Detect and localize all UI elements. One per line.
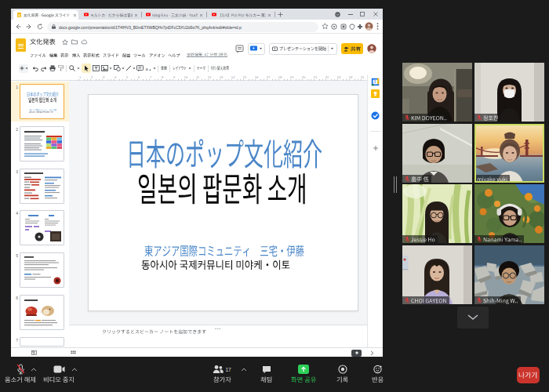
new-slide-button[interactable] <box>19 64 28 73</box>
redo-icon[interactable] <box>41 66 47 71</box>
bookmark-star-icon[interactable] <box>322 23 329 30</box>
insert-shape-icon[interactable] <box>114 65 121 71</box>
browser-tab-slides[interactable]: 文化発表 - Google スライド <box>13 10 78 20</box>
menu-addons[interactable]: アドオン <box>149 53 165 57</box>
last-edit-link[interactable]: 最終編集: 47 分前 (匿名 <box>187 53 227 57</box>
format-options-icon[interactable]: a <box>145 65 151 71</box>
tab-close-icon[interactable] <box>199 13 203 17</box>
menu-arrange[interactable]: 配置 <box>122 53 130 57</box>
mute-options-chevron-icon[interactable] <box>31 368 37 372</box>
menu-slide[interactable]: スライド <box>103 53 119 57</box>
participants-options-chevron-icon[interactable] <box>241 368 247 372</box>
background-button[interactable]: 背景 <box>161 66 167 71</box>
tab-close-icon[interactable] <box>73 13 77 17</box>
grid-view-icon[interactable] <box>71 350 76 355</box>
tab-close-icon[interactable] <box>134 13 138 17</box>
speaker-notes-bar[interactable]: ••• クリックするとスピーカー ノートを追加できます <box>69 325 367 347</box>
explore-button[interactable] <box>351 350 362 357</box>
cloud-status-icon[interactable] <box>81 39 88 45</box>
text-box-icon[interactable] <box>93 65 100 71</box>
extension-icon[interactable] <box>340 24 347 30</box>
chat-button[interactable]: 채팅 <box>253 364 281 383</box>
new-tab-button[interactable] <box>278 12 283 17</box>
notes-resize-handle[interactable]: ••• <box>215 326 221 331</box>
participant-tile-nanami-yama[interactable]: Nanami Yama.. <box>474 184 544 243</box>
menu-format[interactable]: 表示形式 <box>83 53 100 57</box>
google-keep-icon[interactable] <box>371 89 380 98</box>
participant-tile-jessie-ho[interactable]: Jessie Ho <box>402 184 472 243</box>
participant-tile-jung-hojin[interactable]: 정호진 <box>474 63 544 122</box>
present-mode-button[interactable] <box>248 43 265 55</box>
current-slide[interactable]: 日本のポップ文化紹介 일본의 팝문화 소개 東アジア国際コミュニティ 三宅・伊藤… <box>88 94 358 311</box>
leave-meeting-button[interactable]: 나가기 <box>517 367 540 383</box>
participant-tile-kim-doyeon[interactable]: KIM DOYEON.. <box>402 63 472 122</box>
record-button[interactable]: 기록 <box>329 364 357 383</box>
print-icon[interactable] <box>49 65 56 71</box>
stop-video-button[interactable]: 비디오 중지 <box>42 364 76 383</box>
dropdown-caret-icon[interactable] <box>109 67 112 70</box>
transition-button[interactable]: 切り替え効果 <box>211 66 229 71</box>
participant-tile-choi-gayeon[interactable]: CHOI GAYEON <box>402 245 472 304</box>
document-title[interactable]: 文化発表 <box>30 38 56 45</box>
start-presentation-button[interactable]: プレゼンテーションを開始 <box>269 43 337 55</box>
reload-icon[interactable] <box>37 24 43 30</box>
move-folder-icon[interactable] <box>71 39 78 45</box>
participant-tile-shih-ming[interactable]: Shih-Ming W.. <box>474 245 544 304</box>
participants-button[interactable]: 17 참가자 <box>202 364 242 383</box>
gallery-scroll-down-button[interactable] <box>457 307 489 328</box>
filmstrip-view-icon[interactable] <box>31 350 37 355</box>
dropdown-caret-icon[interactable] <box>133 67 136 70</box>
dropdown-caret-icon[interactable] <box>122 67 125 70</box>
comments-icon[interactable] <box>235 45 244 53</box>
undo-icon[interactable] <box>32 66 38 71</box>
menu-file[interactable]: ファイル <box>30 53 46 57</box>
browser-tab-kinggnu[interactable]: King Gnu - 三文小説 - YouTube <box>142 10 205 20</box>
window-maximize-button[interactable] <box>360 12 365 16</box>
back-icon[interactable] <box>15 24 21 30</box>
panel-resize-handle[interactable] <box>394 176 397 193</box>
insert-line-icon[interactable] <box>125 65 132 71</box>
menu-insert[interactable]: 挿入 <box>72 53 80 57</box>
browser-tab-yorushika[interactable]: ヨルシカ - だから僕は音楽を辞めた <box>80 10 140 20</box>
dropdown-caret-icon[interactable] <box>153 67 156 70</box>
google-tasks-icon[interactable] <box>371 111 380 120</box>
menu-tools[interactable]: ツール <box>133 53 146 57</box>
insert-comment-icon[interactable] <box>136 65 144 71</box>
layout-button[interactable]: レイアウト <box>173 66 191 71</box>
zoom-meeting-window: 文化発表 - Google スライド ヨルシカ - だから僕は音楽を辞めた Ki… <box>0 0 549 392</box>
browser-menu-dots-icon[interactable] <box>376 23 379 30</box>
theme-button[interactable]: テーマ <box>197 66 205 71</box>
tab-close-icon[interactable] <box>267 13 271 17</box>
share-screen-button[interactable]: 화면 공유 <box>287 363 320 383</box>
unmute-button[interactable]: 음소거 해제 <box>3 364 38 383</box>
menu-view[interactable]: 表示 <box>60 53 68 57</box>
window-minimize-button[interactable] <box>348 14 353 16</box>
chevron-right-icon[interactable] <box>370 350 374 356</box>
participant-tile-miyake-yuki[interactable]: miyake yuki <box>474 124 544 183</box>
google-calendar-icon[interactable]: 3 <box>371 78 380 86</box>
paint-format-icon[interactable] <box>58 65 64 71</box>
browser-profile-avatar[interactable] <box>365 22 373 31</box>
tab-search-icon[interactable] <box>335 12 340 17</box>
extensions-puzzle-icon[interactable] <box>357 24 363 30</box>
dropdown-caret-icon[interactable] <box>77 67 80 70</box>
window-close-button[interactable] <box>373 12 378 16</box>
url-omnibox[interactable]: docs.google.com/presentation/d/1T4fHV3_B… <box>47 22 318 32</box>
zoom-tool-icon[interactable] <box>69 65 75 71</box>
extension-icon[interactable] <box>331 24 337 30</box>
button-label: 기록 <box>336 376 348 383</box>
select-tool-icon[interactable] <box>82 64 91 73</box>
browser-tab-molcar[interactable]: 【3/4】PUI PUI モルカー 第1話 <box>208 10 273 20</box>
star-document-icon[interactable] <box>62 39 68 45</box>
get-addons-icon[interactable] <box>373 145 379 151</box>
account-avatar[interactable] <box>367 44 376 53</box>
insert-image-icon[interactable] <box>101 65 108 71</box>
participant-tile-hatakenaka[interactable]: 畠中 伍 <box>402 124 472 183</box>
menu-edit[interactable]: 編集 <box>49 53 57 57</box>
extension-icon[interactable] <box>349 24 355 30</box>
forward-icon[interactable] <box>26 24 32 30</box>
video-options-chevron-icon[interactable] <box>71 368 78 372</box>
menu-help[interactable]: ヘルプ <box>168 53 180 57</box>
share-button[interactable]: 共有 <box>341 43 363 54</box>
reactions-button[interactable]: 반응 <box>364 364 392 383</box>
